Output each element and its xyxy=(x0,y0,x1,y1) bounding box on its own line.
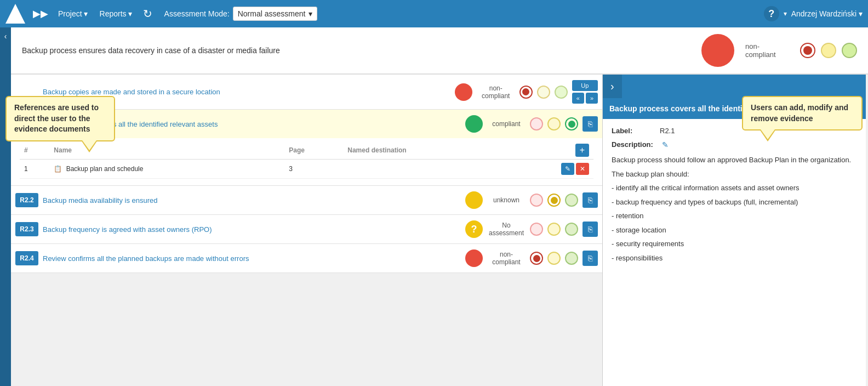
status-circle-r23: ? xyxy=(465,220,483,238)
radio-group-r21 xyxy=(530,117,578,130)
radio-1-yellow[interactable] xyxy=(537,86,550,99)
desc-line-4: - backup frequency and types of backups … xyxy=(612,197,857,208)
refresh-icon[interactable]: ↻ xyxy=(140,6,156,21)
req-label-r22: R2.2 xyxy=(15,193,38,207)
radio-group-r22 xyxy=(530,194,578,207)
doc-icon: 📋 xyxy=(54,165,62,173)
right-callout-tail xyxy=(761,129,775,139)
req-title-r22[interactable]: Backup media availability is ensured xyxy=(43,196,461,205)
reports-dropdown-icon: ▾ xyxy=(128,9,132,18)
project-dropdown-icon: ▾ xyxy=(84,9,88,18)
req-label-r24: R2.4 xyxy=(15,251,38,265)
radio-yellow[interactable] xyxy=(821,43,836,58)
col-named-dest: Named destination xyxy=(343,141,505,160)
desc-line-7: - security requirements xyxy=(612,239,857,249)
add-reference-button[interactable]: + xyxy=(575,144,589,157)
radio-r22-yellow[interactable] xyxy=(547,194,561,207)
right-panel-next-button[interactable]: › xyxy=(603,75,622,98)
radio-r24-yellow[interactable] xyxy=(547,252,561,265)
description-edit-icon[interactable]: ✎ xyxy=(662,140,669,149)
assessment-mode-label: Assessment Mode: xyxy=(164,9,230,18)
assessment-mode-select[interactable]: Normal assessment ▾ xyxy=(233,7,318,21)
radio-green[interactable] xyxy=(842,43,857,58)
copy-btn-r22[interactable]: ⎘ xyxy=(583,192,598,208)
status-label-r21: compliant xyxy=(487,120,526,128)
next-button-1[interactable]: » xyxy=(586,93,598,104)
edit-ref-button[interactable]: ✎ xyxy=(561,163,574,175)
req-row-r22: R2.2 Backup media availability is ensure… xyxy=(11,186,602,215)
status-label-r22: unknown xyxy=(487,196,526,204)
prev-button-1[interactable]: « xyxy=(572,93,584,104)
status-circle-r24 xyxy=(465,249,483,267)
top-req-text: Backup process ensures data recovery in … xyxy=(22,46,690,55)
radio-r21-yellow[interactable] xyxy=(547,117,561,130)
ref-num: 1 xyxy=(20,160,49,179)
user-menu-button[interactable]: Andrzej Wardziński ▾ xyxy=(791,9,863,18)
desc-line-8: - responsibilities xyxy=(612,253,857,264)
right-callout: Users can add, modify and remove evidenc… xyxy=(742,96,863,130)
radio-group-r24 xyxy=(530,252,578,265)
radio-r23-green[interactable] xyxy=(565,223,578,236)
right-panel-body: Label: R2.1 Description: ✎ Backup proces… xyxy=(603,119,866,386)
radio-group-1 xyxy=(519,86,568,99)
top-navigation: ▶▶ Project ▾ Reports ▾ ↻ Assessment Mode… xyxy=(0,0,868,27)
nav-arrow-icon[interactable]: ▶▶ xyxy=(31,5,50,22)
desc-line-2: The backup plan should: xyxy=(612,169,857,180)
logo-icon[interactable] xyxy=(5,4,25,24)
left-callout: References are used to direct the user t… xyxy=(5,96,115,141)
status-label-1: non-compliant xyxy=(477,84,515,100)
col-hash: # xyxy=(20,141,49,160)
help-dropdown-icon[interactable]: ▾ xyxy=(784,10,787,18)
status-label-r24: non-compliant xyxy=(487,251,526,266)
top-requirement-bar: Backup process ensures data recovery in … xyxy=(11,27,868,75)
sidebar-collapse-icon[interactable]: ‹ xyxy=(4,32,7,41)
reports-menu-button[interactable]: Reports ▾ xyxy=(95,7,136,20)
desc-line-6: - storage location xyxy=(612,225,857,236)
label-field-label: Label: xyxy=(612,127,655,135)
status-circle-r22 xyxy=(465,191,483,209)
radio-r22-green[interactable] xyxy=(565,194,578,207)
desc-line-1: Backup process should follow an approved… xyxy=(612,155,857,166)
ref-page: 3 xyxy=(284,160,343,179)
description-row: Description: ✎ xyxy=(612,140,857,149)
req-title-r24[interactable]: Review confirms all the planned backups … xyxy=(43,254,461,263)
copy-btn-r21[interactable]: ⎘ xyxy=(583,116,598,132)
radio-r21-red[interactable] xyxy=(530,117,543,130)
radio-1-green[interactable] xyxy=(555,86,568,99)
col-page: Page xyxy=(284,141,343,160)
project-menu-button[interactable]: Project ▾ xyxy=(54,7,92,20)
status-circle-r21 xyxy=(465,115,483,133)
nav-btn-group-1: Up « » xyxy=(572,80,598,104)
help-button[interactable]: ? xyxy=(764,6,779,21)
description-field-label: Description: xyxy=(612,140,655,149)
radio-r24-red[interactable] xyxy=(530,252,543,265)
radio-r23-yellow[interactable] xyxy=(547,223,561,236)
copy-btn-r23[interactable]: ⎘ xyxy=(583,222,598,237)
delete-ref-button[interactable]: ✕ xyxy=(576,163,589,175)
radio-r23-red[interactable] xyxy=(530,223,543,236)
top-status-label: non-compliant xyxy=(745,42,789,59)
radio-r21-green[interactable] xyxy=(565,117,578,130)
ref-row-1: 1 📋 Backup plan and schedule 3 xyxy=(20,160,593,179)
desc-line-5: - retention xyxy=(612,211,857,222)
status-circle-1 xyxy=(455,83,472,101)
req-title-r23[interactable]: Backup frequency is agreed with asset ow… xyxy=(43,225,461,234)
status-label-r23: Noassessment xyxy=(487,222,526,237)
radio-r22-red[interactable] xyxy=(530,194,543,207)
left-callout-tail xyxy=(82,140,96,150)
sidebar: ‹ xyxy=(0,27,11,386)
top-status-circle xyxy=(701,34,734,67)
radio-r24-green[interactable] xyxy=(565,252,578,265)
radio-1-red[interactable] xyxy=(519,86,533,99)
desc-line-3: - identify all the critical information … xyxy=(612,183,857,194)
req-label-r23: R2.3 xyxy=(15,222,38,236)
right-panel-nav: › xyxy=(603,75,866,98)
ref-name: 📋 Backup plan and schedule xyxy=(49,160,284,179)
ref-section-r21: # Name Page Named destination + xyxy=(11,138,602,185)
req-title-1[interactable]: Backup copies are made and stored in a s… xyxy=(43,88,450,96)
req-row-r24: R2.4 Review confirms all the planned bac… xyxy=(11,244,602,273)
detail-description: Backup process should follow an approved… xyxy=(612,155,857,263)
up-button-1[interactable]: Up xyxy=(572,80,598,91)
copy-btn-r24[interactable]: ⎘ xyxy=(583,251,598,266)
radio-red[interactable] xyxy=(800,43,815,58)
